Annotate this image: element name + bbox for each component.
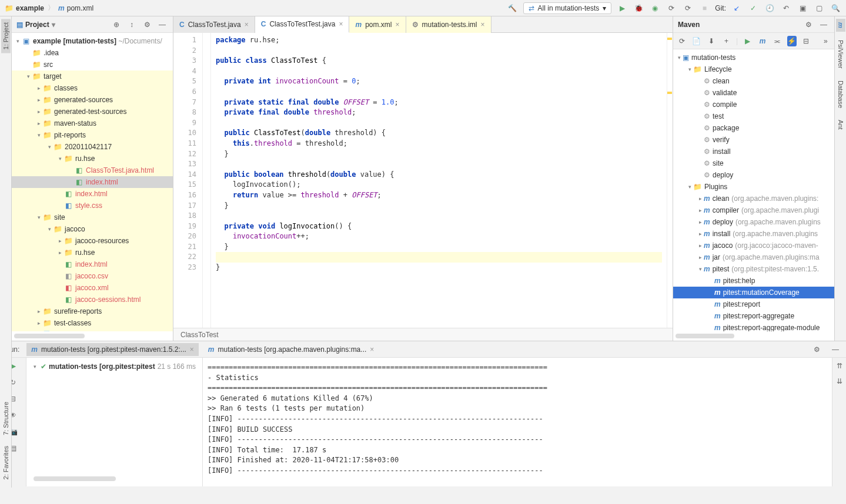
screen-icon[interactable]: ▢ — [813, 2, 825, 14]
maven-icon[interactable]: m — [757, 35, 767, 47]
tree-node[interactable]: 📁.idea — [12, 47, 173, 59]
editor-tab[interactable]: mpom.xml× — [349, 16, 406, 33]
editor-tab[interactable]: ⚙mutation-tests.iml× — [406, 16, 491, 33]
tree-node[interactable]: ▸📁ru.hse — [12, 247, 173, 258]
tree-node[interactable]: ▾📁202011042117 — [12, 141, 173, 153]
run-icon[interactable]: ▶ — [616, 2, 628, 14]
profile-icon[interactable]: ⟳ — [666, 2, 677, 14]
right-tab-psi[interactable]: PsiViewer — [836, 36, 845, 72]
maven-plugin-goal[interactable]: mpitest:help — [673, 275, 834, 287]
maven-plugin-goal[interactable]: mpitest:report-aggregate-module — [673, 322, 834, 331]
maven-goal[interactable]: ⚙install — [673, 146, 834, 157]
scrollbar[interactable] — [34, 476, 116, 481]
maven-goal[interactable]: ⚙deploy — [673, 169, 834, 181]
tree-node[interactable]: ▾📁site — [12, 211, 173, 223]
reload-icon[interactable]: ⟳ — [677, 35, 687, 47]
close-icon[interactable]: × — [395, 21, 399, 29]
hide-icon[interactable]: — — [156, 19, 168, 31]
maven-plugin-goal[interactable]: mpitest:mutationCoverage — [673, 287, 834, 298]
tree-node[interactable]: ◧jacoco.csv — [12, 270, 173, 282]
maven-plugin[interactable]: ▸mcompiler(org.apache.maven.plugi — [673, 204, 834, 216]
tree-node[interactable]: ◧ClassToTest.java.html — [12, 164, 173, 176]
maven-plugin[interactable]: ▾mpitest(org.pitest:pitest-maven:1.5. — [673, 263, 834, 275]
right-tab-ant[interactable]: Ant — [836, 116, 845, 133]
maven-goal[interactable]: ⚙site — [673, 157, 834, 169]
tree-node[interactable]: ▾📁jacoco — [12, 223, 173, 235]
editor-tab[interactable]: CClassToTest.java× — [173, 16, 255, 33]
maven-root[interactable]: ▾▣mutation-tests — [673, 52, 834, 63]
maven-plugin[interactable]: ▸mclean(org.apache.maven.plugins: — [673, 193, 834, 204]
editor-body[interactable]: 1234567891011121314151617181920212223 pa… — [173, 33, 673, 328]
run-test-tree[interactable]: ▾ ✔ mutation-tests [org.pitest:pitest 21… — [26, 358, 203, 486]
project-panel-title[interactable]: ▤ Project ▾ — [16, 21, 111, 29]
breadcrumb-file[interactable]: m pom.xml — [58, 4, 93, 12]
left-tab-favorites[interactable]: 2: Favorites — [1, 442, 11, 483]
close-icon[interactable]: × — [245, 21, 249, 29]
tree-node[interactable]: ▸📁generated-test-sources — [12, 106, 173, 117]
project-tree[interactable]: ▾ ▣ example [mutation-tests] ~/Documents… — [12, 33, 173, 331]
maven-tree[interactable]: ▾▣mutation-tests▾📁Lifecycle⚙clean⚙valida… — [673, 49, 834, 331]
add-icon[interactable]: + — [721, 35, 731, 47]
tree-root[interactable]: ▾ ▣ example [mutation-tests] ~/Documents… — [12, 35, 173, 47]
gear-icon[interactable]: ⚙ — [811, 344, 822, 355]
debug-icon[interactable]: 🐞 — [633, 2, 644, 14]
offline-icon[interactable]: ⚡ — [787, 36, 797, 46]
maven-goal[interactable]: ⚙clean — [673, 75, 834, 87]
scrollbar[interactable] — [676, 334, 734, 338]
gear-icon[interactable]: ⚙ — [802, 19, 814, 31]
maven-plugins[interactable]: ▾📁Plugins — [673, 181, 834, 193]
toggle-icon[interactable]: ⫘ — [773, 35, 783, 47]
left-tab-structure[interactable]: 7: Structure — [1, 398, 11, 439]
maven-plugin[interactable]: ▸mjacoco(org.jacoco:jacoco-maven- — [673, 240, 834, 251]
tree-node[interactable]: ▾📁ru.hse — [12, 153, 173, 164]
run-tab[interactable]: mmutation-tests [org.pitest:pitest-maven… — [26, 343, 198, 356]
build-icon[interactable]: 🔨 — [507, 2, 519, 14]
maven-goal[interactable]: ⚙package — [673, 122, 834, 134]
run-config-select[interactable]: ⇄ All in mutation-tests ▾ — [523, 2, 612, 14]
git-update-icon[interactable]: ↙ — [731, 2, 743, 14]
gear-icon[interactable]: ⚙ — [141, 19, 153, 31]
maven-goal[interactable]: ⚙verify — [673, 134, 834, 146]
tree-node[interactable]: ◧index.html — [12, 258, 173, 270]
right-tab-database[interactable]: Database — [836, 77, 845, 112]
run-console[interactable]: ========================================… — [203, 358, 832, 486]
maven-goal[interactable]: ⚙validate — [673, 87, 834, 99]
tree-node[interactable]: ◧jacoco.xml — [12, 282, 173, 294]
maven-goal[interactable]: ⚙compile — [673, 99, 834, 110]
hide-icon[interactable]: — — [830, 344, 841, 355]
maven-plugin[interactable]: ▸mdeploy(org.apache.maven.plugins — [673, 216, 834, 228]
git-history-icon[interactable]: 🕘 — [764, 2, 775, 14]
close-icon[interactable]: × — [481, 21, 485, 29]
generate-icon[interactable]: 📄 — [691, 35, 701, 47]
run-tab[interactable]: mmutation-tests [org.apache.maven.plugin… — [203, 343, 379, 356]
download-icon[interactable]: ⬇ — [707, 35, 717, 47]
right-tab-maven[interactable]: m — [836, 19, 845, 32]
coverage-icon[interactable]: ◉ — [649, 2, 661, 14]
git-commit-icon[interactable]: ✓ — [747, 2, 759, 14]
tree-node[interactable]: ◧jacoco-sessions.html — [12, 294, 173, 305]
close-icon[interactable]: × — [190, 345, 194, 354]
breadcrumb-project[interactable]: 📁 example — [5, 4, 44, 12]
editor-tab[interactable]: CClassToTestTest.java× — [255, 16, 350, 33]
maven-goal[interactable]: ⚙test — [673, 110, 834, 122]
run-tree-item[interactable]: ▾ ✔ mutation-tests [org.pitest:pitest 21… — [31, 362, 198, 371]
tree-node[interactable]: ▾📁pit-reports — [12, 129, 173, 141]
search-icon[interactable]: 🔍 — [830, 2, 841, 14]
maven-plugin-goal[interactable]: mpitest:report — [673, 298, 834, 310]
editor-breadcrumb[interactable]: ClassToTest — [173, 328, 673, 341]
run-icon[interactable]: ▶ — [743, 35, 753, 47]
down-icon[interactable]: ⇊ — [834, 375, 845, 387]
maven-plugin[interactable]: ▸mjar(org.apache.maven.plugins:ma — [673, 251, 834, 263]
select-opened-icon[interactable]: ⊕ — [111, 19, 122, 31]
stop-icon[interactable]: ■ — [698, 2, 710, 14]
hide-icon[interactable]: — — [818, 19, 830, 31]
tree-node[interactable]: ◧index.html — [12, 176, 173, 188]
maven-plugin[interactable]: ▸minstall(org.apache.maven.plugins — [673, 228, 834, 240]
close-icon[interactable]: × — [370, 345, 374, 354]
git-revert-icon[interactable]: ↶ — [780, 2, 792, 14]
up-icon[interactable]: ⇈ — [834, 360, 845, 372]
more-icon[interactable]: » — [821, 35, 831, 47]
close-icon[interactable]: × — [339, 20, 343, 28]
expand-icon[interactable]: ↕ — [126, 19, 138, 31]
code-area[interactable]: package ru.hse; public class ClassToTest… — [211, 33, 667, 328]
